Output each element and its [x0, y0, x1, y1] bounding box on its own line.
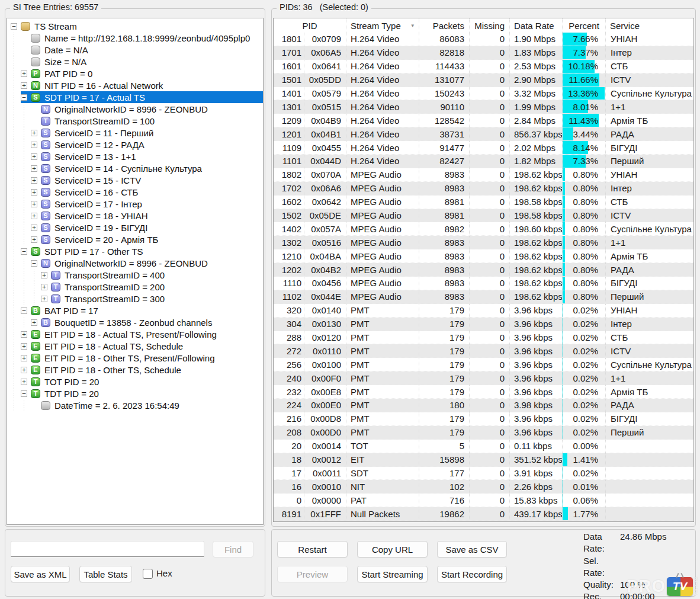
save-as-xml-button[interactable]: Save as XML — [11, 566, 70, 582]
expand-plus-icon[interactable]: + — [31, 165, 37, 172]
tree-row[interactable]: +SServiceID = 20 - Армія ТБ — [7, 233, 263, 245]
tree-row[interactable]: −SSDT PID = 17 - Other TS — [7, 245, 263, 257]
table-row[interactable]: 2560x0100PMT17903.96 kbps0.02%Суспільне … — [274, 358, 693, 371]
save-as-csv-button[interactable]: Save as CSV — [437, 541, 507, 558]
collapse-minus-icon[interactable]: − — [31, 260, 37, 267]
table-row[interactable]: 11100x0456MPEG Audio89830198.62 kbps0.80… — [274, 277, 693, 290]
table-row[interactable]: 81910x1FFFNull Packets198620439.17 kbps1… — [274, 507, 693, 521]
copy-url-button[interactable]: Copy URL — [357, 541, 428, 558]
tree-row[interactable]: +EEIT PID = 18 - Actual TS, Schedule — [7, 340, 263, 352]
tree-row[interactable]: +SServiceID = 17 - Інтер — [7, 198, 263, 210]
expand-plus-icon[interactable]: + — [31, 236, 37, 243]
table-row[interactable]: 18010x0709H.264 Video8608301.90 Mbps7.66… — [274, 33, 693, 46]
hex-checkbox[interactable] — [143, 569, 153, 579]
expand-plus-icon[interactable]: + — [31, 142, 37, 148]
expand-plus-icon[interactable]: + — [31, 153, 37, 160]
column-header-stream-type[interactable]: Stream Type ▼ — [346, 18, 419, 33]
tree-row[interactable]: +PPAT PID = 0 — [7, 68, 263, 79]
collapse-minus-icon[interactable]: − — [21, 390, 27, 397]
expand-plus-icon[interactable]: + — [21, 71, 27, 77]
table-row[interactable]: 16010x0641H.264 Video11443302.53 Mbps10.… — [274, 60, 693, 73]
table-row[interactable]: 12090x04B9H.264 Video12854202.84 Mbps11.… — [274, 114, 693, 127]
tree-row[interactable]: +TTransportStreamID = 200 — [7, 281, 263, 293]
tree-row[interactable]: +SServiceID = 11 - Перший — [7, 127, 263, 139]
table-row[interactable]: 2080x00D0PMT17903.96 kbps0.02%Перший — [274, 426, 693, 440]
table-row[interactable]: 14010x0579H.264 Video15024303.32 Mbps13.… — [274, 87, 693, 101]
tree-row[interactable]: TTransportStreamID = 100 — [7, 115, 263, 127]
tree-row[interactable]: NOriginalNetworkID = 8996 - ZEONBUD — [7, 103, 263, 115]
start-recording-button[interactable]: Start Recording — [437, 566, 507, 582]
tree-row[interactable]: −SSDT PID = 17 - Actual TS — [7, 91, 263, 103]
column-header-pid[interactable]: PID — [274, 18, 346, 33]
table-row[interactable]: 13010x0515H.264 Video9011001.99 Mbps8.01… — [274, 100, 693, 114]
expand-plus-icon[interactable]: + — [31, 213, 37, 219]
table-row[interactable]: 17020x06A6MPEG Audio89830198.62 kbps0.80… — [274, 182, 693, 196]
tree-row[interactable]: +EEIT PID = 18 - Other TS, Schedule — [7, 364, 263, 376]
table-row[interactable]: 11020x044EMPEG Audio89830198.62 kbps0.80… — [274, 290, 693, 304]
table-row[interactable]: 2720x0110PMT17903.96 kbps0.02%ICTV — [274, 344, 693, 358]
tree-row[interactable]: +NNIT PID = 16 - Actual Network — [7, 79, 263, 91]
tree-row[interactable]: +SServiceID = 18 - УНІАН — [7, 210, 263, 222]
collapse-minus-icon[interactable]: − — [21, 248, 27, 255]
table-row[interactable]: 11010x044DH.264 Video8242701.82 Mbps7.33… — [274, 155, 693, 168]
tree-row[interactable]: −BBAT PID = 17 — [7, 305, 263, 316]
expand-plus-icon[interactable]: + — [31, 189, 37, 196]
tree-row[interactable]: +EEIT PID = 18 - Other TS, Present/Follo… — [7, 352, 263, 364]
table-row[interactable]: 14020x057AMPEG Audio89820198.60 kbps0.80… — [274, 222, 693, 236]
restart-button[interactable]: Restart — [277, 541, 348, 558]
collapse-minus-icon[interactable]: − — [11, 23, 17, 30]
find-input[interactable] — [11, 541, 204, 557]
expand-plus-icon[interactable]: + — [31, 130, 37, 136]
expand-plus-icon[interactable]: + — [21, 367, 27, 373]
expand-plus-icon[interactable]: + — [41, 284, 47, 290]
find-button[interactable]: Find — [213, 541, 253, 558]
tree-row[interactable]: +EEIT PID = 18 - Actual TS, Present/Foll… — [7, 328, 263, 340]
tree-row[interactable]: +BBouquetID = 13858 - Zeonbud channels — [7, 316, 263, 328]
expand-plus-icon[interactable]: + — [21, 379, 27, 385]
tree-row[interactable]: +TTransportStreamID = 300 — [7, 293, 263, 305]
expand-plus-icon[interactable]: + — [31, 225, 37, 231]
expand-plus-icon[interactable]: + — [31, 177, 37, 184]
table-row[interactable]: 16020x0642MPEG Audio89810198.58 kbps0.80… — [274, 196, 693, 209]
table-row[interactable]: 12010x04B1H.264 Video387310856.37 kbps3.… — [274, 127, 693, 141]
table-row[interactable]: 2320x00E8PMT17903.96 kbps0.02%Армія ТБ — [274, 385, 693, 399]
table-row[interactable]: 170x0011SDT17703.91 kbps0.02% — [274, 467, 693, 481]
table-row[interactable]: 3200x0140PMT17903.96 kbps0.02%УНІАН — [274, 304, 693, 318]
expand-plus-icon[interactable]: + — [31, 319, 37, 326]
expand-plus-icon[interactable]: + — [31, 201, 37, 207]
table-row[interactable]: 160x0010NIT10202.26 kbps0.01% — [274, 480, 693, 494]
expand-plus-icon[interactable]: + — [41, 272, 47, 278]
column-header-packets[interactable]: Packets — [419, 18, 470, 33]
table-row[interactable]: 15010x05DDH.264 Video13107702.90 Mbps11.… — [274, 73, 693, 87]
column-header-service[interactable]: Service — [606, 18, 693, 33]
table-row[interactable]: 00x0000PAT716015.83 kbps0.06% — [274, 494, 693, 507]
table-row[interactable]: 17010x06A5H.264 Video8281801.83 Mbps7.37… — [274, 46, 693, 60]
expand-plus-icon[interactable]: + — [21, 343, 27, 350]
table-row[interactable]: 2880x0120PMT17903.96 kbps0.02%СТБ — [274, 331, 693, 345]
start-streaming-button[interactable]: Start Streaming — [357, 566, 428, 582]
preview-button[interactable]: Preview — [277, 566, 348, 582]
tree-row[interactable]: DateTime = 2. 6. 2023 16:54:49 — [7, 399, 263, 411]
tree-row[interactable]: Name = http://192.168.1.18:9999/zeonbud/… — [7, 32, 263, 44]
table-row[interactable]: 13020x0516MPEG Audio89830198.62 kbps0.80… — [274, 236, 693, 249]
tree-row[interactable]: Size = N/A — [7, 56, 263, 68]
table-row[interactable]: 18020x070AMPEG Audio89830198.62 kbps0.80… — [274, 168, 693, 182]
table-row[interactable]: 200x0014TOT500.11 kbps0.00% — [274, 440, 693, 453]
tree-row[interactable]: +TTOT PID = 20 — [7, 376, 263, 387]
tree-row[interactable]: +SServiceID = 12 - РАДА — [7, 139, 263, 150]
tree-row[interactable]: +SServiceID = 15 - ICTV — [7, 174, 263, 186]
table-row[interactable]: 3040x0130PMT17903.96 kbps0.02%Інтер — [274, 318, 693, 331]
collapse-minus-icon[interactable]: − — [21, 94, 27, 101]
table-row[interactable]: 2240x00E0PMT18003.98 kbps0.02%РАДА — [274, 399, 693, 412]
column-header-data-rate[interactable]: Data Rate — [510, 18, 563, 33]
tree-row[interactable]: +SServiceID = 14 - Суспільне Культура — [7, 162, 263, 174]
tree-row[interactable]: Date = N/A — [7, 44, 263, 56]
tree-row[interactable]: +TTransportStreamID = 400 — [7, 269, 263, 281]
table-row[interactable]: 15020x05DEMPEG Audio89810198.58 kbps0.80… — [274, 209, 693, 223]
table-stats-button[interactable]: Table Stats — [79, 566, 132, 582]
tree-row[interactable]: +SServiceID = 19 - БІГУДІ — [7, 222, 263, 233]
tree-row[interactable]: −TTDT PID = 20 — [7, 387, 263, 399]
table-row[interactable]: 12100x04BAMPEG Audio89830198.62 kbps0.80… — [274, 249, 693, 263]
table-row[interactable]: 12020x04B2MPEG Audio89830198.62 kbps0.80… — [274, 263, 693, 277]
tree-row[interactable]: −TS Stream — [7, 20, 263, 32]
